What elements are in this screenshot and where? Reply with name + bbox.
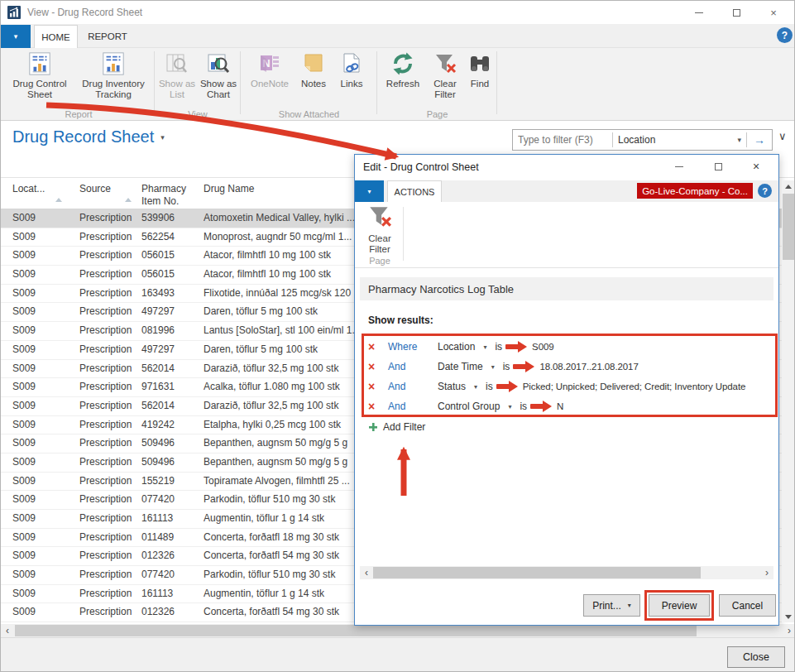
tab-report[interactable]: REPORT bbox=[81, 25, 134, 48]
cell-item-no: 077420 bbox=[141, 569, 201, 580]
close-window-button[interactable]: × bbox=[761, 1, 786, 24]
remove-filter-icon[interactable]: × bbox=[368, 380, 388, 393]
filter-field-selector[interactable]: Location bbox=[438, 341, 475, 353]
filter-value-input[interactable]: S009 bbox=[532, 342, 553, 352]
cell-item-no: 056015 bbox=[141, 249, 201, 261]
links-button[interactable]: Links bbox=[333, 50, 370, 89]
close-icon: × bbox=[770, 7, 777, 19]
filter-row: × And Date Time ▾ is 18.08.2017..21.08.2… bbox=[355, 357, 778, 377]
remove-filter-icon[interactable]: × bbox=[368, 400, 388, 413]
maximize-button[interactable] bbox=[724, 1, 749, 24]
refresh-icon bbox=[390, 50, 415, 77]
dialog-vertical-scrollbar[interactable] bbox=[782, 180, 795, 622]
dialog-clear-filter-button[interactable]: Clear Filter bbox=[362, 204, 398, 255]
app-menu-button[interactable]: ▾ bbox=[1, 25, 31, 48]
cell-location: S009 bbox=[12, 456, 75, 468]
show-as-chart-button[interactable]: Show as Chart bbox=[198, 50, 239, 100]
expand-filter-pane-chevron[interactable]: ∨ bbox=[778, 130, 787, 142]
filter-field-selector[interactable]: Date Time bbox=[438, 361, 483, 372]
cell-source: Prescription bbox=[79, 343, 139, 355]
cell-source: Prescription bbox=[79, 588, 139, 599]
find-button[interactable]: Find bbox=[463, 50, 496, 89]
dialog-minimize-button[interactable] bbox=[670, 156, 688, 176]
filter-conjunction[interactable]: And bbox=[388, 381, 438, 392]
filter-conjunction[interactable]: Where bbox=[388, 341, 438, 353]
dialog-tab-actions[interactable]: ACTIONS bbox=[387, 180, 442, 202]
dialog-help-button[interactable]: ? bbox=[758, 184, 772, 198]
dialog-maximize-button[interactable] bbox=[709, 156, 727, 176]
annotation-arrow-icon bbox=[530, 401, 552, 412]
scrollbar-thumb[interactable] bbox=[373, 567, 701, 578]
drug-inventory-tracking-button[interactable]: Drug Inventory Tracking bbox=[74, 50, 153, 100]
cell-source: Prescription bbox=[79, 324, 139, 336]
tab-home[interactable]: HOME bbox=[34, 25, 78, 48]
column-header-location[interactable]: Locat... bbox=[12, 183, 62, 195]
scroll-up-button[interactable] bbox=[782, 180, 795, 192]
ribbon-group-page: Refresh Clear Filter Find Page bbox=[377, 48, 497, 121]
minimize-icon bbox=[675, 166, 683, 167]
dialog-close-button[interactable]: × bbox=[747, 156, 765, 176]
cell-item-no: 562014 bbox=[141, 400, 201, 411]
scrollbar-thumb[interactable] bbox=[783, 194, 794, 260]
help-button[interactable]: ? bbox=[777, 27, 793, 43]
company-badge[interactable]: Go-Live-Company - Co... bbox=[637, 183, 753, 199]
scrollbar-thumb[interactable] bbox=[15, 625, 697, 636]
chevron-down-icon: ▾ bbox=[491, 363, 495, 371]
filter-field-selector[interactable]: Status bbox=[438, 381, 466, 392]
notes-button[interactable]: Notes bbox=[295, 50, 332, 89]
scroll-down-button[interactable] bbox=[782, 611, 795, 622]
filter-value-input[interactable]: 18.08.2017..21.08.2017 bbox=[539, 362, 638, 372]
column-header-drug-name[interactable]: Drug Name bbox=[204, 183, 286, 195]
cancel-button[interactable]: Cancel bbox=[719, 594, 776, 617]
cell-location: S009 bbox=[12, 475, 75, 487]
onenote-button: N OneNote bbox=[246, 50, 294, 89]
scroll-right-button[interactable]: › bbox=[760, 566, 773, 579]
print-button[interactable]: Print... ▾ bbox=[583, 594, 640, 617]
cell-location: S009 bbox=[12, 437, 75, 449]
cell-location: S009 bbox=[12, 419, 75, 430]
report-sheet-icon bbox=[101, 50, 126, 77]
cell-source: Prescription bbox=[79, 475, 139, 487]
cell-location: S009 bbox=[12, 512, 75, 524]
apply-filter-button[interactable]: → bbox=[747, 133, 772, 146]
table-name-header: Pharmacy Narcotics Log Table bbox=[360, 277, 773, 300]
menu-caret-icon: ▾ bbox=[367, 188, 371, 195]
clear-filter-button[interactable]: Clear Filter bbox=[427, 50, 463, 100]
column-header-item-no[interactable]: Pharmacy Item No. bbox=[141, 183, 194, 208]
scroll-right-button[interactable]: › bbox=[783, 624, 795, 637]
horizontal-scrollbar[interactable]: ‹ › bbox=[1, 624, 794, 637]
quick-filter-input[interactable] bbox=[513, 130, 612, 150]
remove-filter-icon[interactable]: × bbox=[368, 360, 388, 373]
close-page-button[interactable]: Close bbox=[727, 646, 785, 668]
application-window: View - Drug Record Sheet × ▾ HOME REPORT… bbox=[0, 0, 795, 672]
remove-filter-icon[interactable]: × bbox=[368, 340, 388, 353]
scroll-left-button[interactable]: ‹ bbox=[360, 566, 373, 579]
minimize-button[interactable] bbox=[687, 1, 711, 24]
drug-control-sheet-button[interactable]: Drug Control Sheet bbox=[7, 50, 72, 100]
chevron-down-icon: ▾ bbox=[737, 136, 741, 144]
dialog-horizontal-scrollbar[interactable]: ‹ › bbox=[360, 566, 773, 579]
plus-icon bbox=[368, 422, 378, 432]
column-header-source[interactable]: Source bbox=[79, 183, 125, 195]
filter-field-dropdown[interactable]: Location ▾ bbox=[613, 134, 746, 146]
chevron-down-icon: ▾ bbox=[508, 403, 511, 410]
list-magnifier-icon bbox=[165, 50, 189, 77]
add-filter-button[interactable]: Add Filter bbox=[368, 421, 425, 433]
filter-conjunction[interactable]: And bbox=[388, 401, 438, 412]
cell-item-no: 161113 bbox=[141, 588, 201, 599]
cell-location: S009 bbox=[12, 362, 75, 374]
dialog-ribbon: Clear Filter Page bbox=[355, 202, 778, 268]
group-separator bbox=[403, 207, 404, 261]
scroll-left-button[interactable]: ‹ bbox=[1, 624, 14, 637]
dialog-app-menu-button[interactable]: ▾ bbox=[355, 180, 384, 202]
filter-value-input[interactable]: Picked; Unpicked; Delivered; Credit; Inv… bbox=[523, 382, 746, 391]
cell-item-no: 161113 bbox=[141, 512, 201, 524]
preview-button[interactable]: Preview bbox=[649, 594, 710, 617]
cell-location: S009 bbox=[12, 249, 75, 261]
filter-conjunction[interactable]: And bbox=[388, 361, 438, 372]
filter-value-input[interactable]: N bbox=[557, 401, 563, 411]
page-title-caret-icon[interactable]: ▾ bbox=[160, 133, 165, 142]
refresh-button[interactable]: Refresh bbox=[381, 50, 425, 89]
filter-field-selector[interactable]: Control Group bbox=[438, 401, 500, 412]
window-title: View - Drug Record Sheet bbox=[27, 7, 142, 18]
